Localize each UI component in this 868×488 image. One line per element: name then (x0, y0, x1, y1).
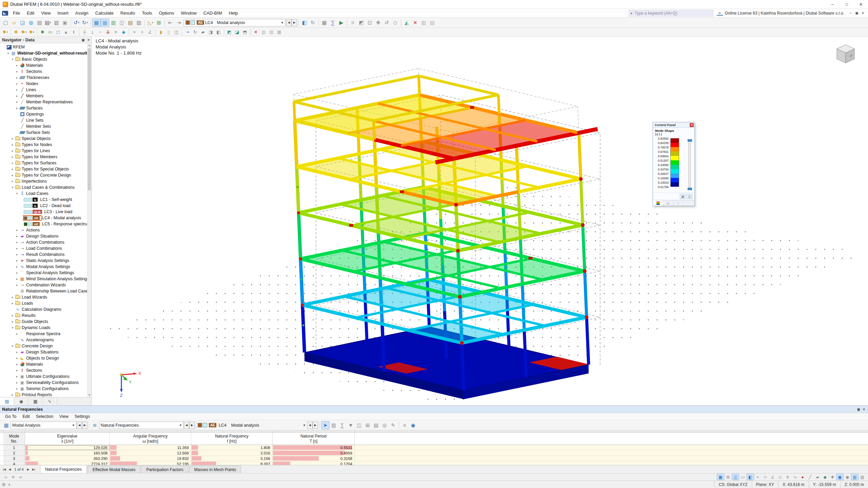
cell-angular-frequency[interactable]: 12.669 (110, 450, 191, 456)
table-tab-participation-factors[interactable]: Participation Factors (141, 466, 188, 473)
prev-load-case-button[interactable]: ◀ (286, 19, 292, 26)
lb-node-visibility-icon[interactable]: ● (799, 474, 806, 480)
tree-expand-icon[interactable]: ▸ (10, 149, 15, 152)
tb1-rotate-view-icon[interactable]: ↺ (382, 19, 391, 27)
tree-item-types-for-nodes[interactable]: ▸Types for Nodes (0, 142, 87, 148)
tree-item-imperfections[interactable]: ▸Imperfections (0, 178, 87, 184)
tb1-open-model-icon[interactable]: ▱ (10, 19, 18, 27)
tb2-new-line-icon[interactable]: ✱ (12, 28, 20, 36)
scale-color-block[interactable] (670, 165, 679, 169)
scale-options-button[interactable]: ▨ (680, 194, 686, 199)
cell-natural-period[interactable]: 0.3168 (273, 456, 355, 461)
pager-first-button[interactable]: |◀ (1, 468, 7, 471)
tabletb-split-table-icon[interactable]: ◫ (355, 421, 363, 429)
navigator-tab-views[interactable]: ▦ (28, 398, 43, 405)
tb2-new-polyline-icon[interactable]: ✱▾ (28, 28, 36, 36)
tb2-new-node-icon[interactable]: ✱▾ (1, 28, 9, 36)
tb2-new-support-icon[interactable]: ▲ (62, 28, 70, 36)
navigator-tab-display[interactable]: ◉ (14, 398, 28, 405)
row-header-mode[interactable]: 3 (3, 456, 25, 461)
tree-expand-icon[interactable]: ▾ (10, 58, 15, 61)
tb1-zoom-window-icon[interactable]: ⊡ (366, 19, 374, 27)
tb1-show-results-icon[interactable]: ◧ (300, 19, 309, 27)
navigator-tab-data[interactable]: ▤ (0, 398, 14, 405)
panel-settings-button[interactable]: ◫ (687, 194, 692, 199)
load-case-combo[interactable]: AE LC4 Modal analysis ▼ (184, 19, 285, 26)
next-lc-button[interactable]: ▶ (313, 422, 318, 429)
tree-item-lc2-dead-load[interactable]: GLC2 - Dead load (0, 203, 87, 209)
tb2-plane-offset-icon[interactable]: ◫ (173, 28, 180, 36)
minimize-button[interactable]: ─ (825, 0, 840, 8)
tree-expand-icon[interactable]: ▸ (10, 393, 15, 396)
scale-color-block[interactable] (670, 151, 679, 156)
table-panel-float-icon[interactable]: ▣ (856, 407, 861, 412)
row-header-mode[interactable]: 1 (3, 445, 25, 450)
slider-handle-top[interactable] (688, 139, 692, 142)
tb1-undo-icon[interactable]: ↺▾ (72, 19, 81, 27)
scale-range-slider[interactable] (688, 140, 691, 190)
table-menu-settings[interactable]: Settings (72, 412, 93, 421)
tree-item-dynamic-loads[interactable]: ▾Dynamic Loads (0, 325, 87, 331)
tree-item-loads[interactable]: ▸Loads (0, 300, 87, 306)
scale-color-block[interactable] (670, 156, 679, 160)
pager-last-button[interactable]: ▶| (31, 468, 37, 471)
scroll-down-icon[interactable]: ▼ (87, 393, 91, 397)
lb-numbering-icon[interactable]: ▣ (836, 474, 844, 480)
tree-item-lc1-self-weight[interactable]: GLC1 - Self-weight (0, 197, 87, 203)
tree-item-load-cases[interactable]: ▾↧Load Cases (0, 190, 87, 197)
navigator-float-icon[interactable]: ▣ (80, 37, 86, 43)
next-load-case-button[interactable]: ▶ (292, 19, 297, 26)
scale-color-block[interactable] (670, 169, 679, 174)
tree-item-design-situations[interactable]: ▸▰Design Situations (0, 349, 87, 355)
tabletb-export-table-icon[interactable]: ⊞ (363, 421, 372, 429)
tree-item-ultimate-configurations[interactable]: ▸▣Ultimate Configurations (0, 373, 87, 380)
tb2-guide-objects-icon[interactable]: ◆ (120, 28, 127, 36)
tree-item-surface-sets[interactable]: Surface Sets (0, 129, 87, 136)
tree-expand-icon[interactable]: ▾ (10, 344, 15, 348)
tree-expand-icon[interactable]: ▸ (10, 161, 15, 165)
tree-item-load-cases-combinations[interactable]: ▾Load Cases & Combinations (0, 184, 87, 190)
tree-item-member-sets[interactable]: ╱Member Sets (0, 123, 87, 129)
lb-isometric-icon[interactable]: ◇ (776, 474, 784, 480)
tb1-add-object-icon[interactable]: ⊞ (155, 19, 163, 27)
tree-item-serviceability-configurations[interactable]: ▸▣Serviceability Configurations (0, 380, 87, 386)
cell-angular-frequency[interactable]: 52.195 (110, 461, 191, 465)
prev-table-button[interactable]: ◀ (184, 422, 189, 429)
tb1-new-model-icon[interactable]: ▢ (1, 19, 10, 27)
table-select-combo[interactable]: Natural Frequencies▼ (99, 422, 184, 429)
mdi-close-icon[interactable]: ✕ (860, 10, 866, 16)
tree-expand-icon[interactable]: ▸ (10, 320, 15, 323)
tabletb-search-results-icon[interactable]: ◉ (409, 421, 417, 429)
cell-eigenvalue[interactable]: 393.290 (25, 456, 110, 461)
tb1-pan-view-icon[interactable]: ✥ (374, 19, 382, 27)
tree-item-nodes[interactable]: ▸•Nodes (0, 81, 87, 87)
tabletb-column-settings-icon[interactable]: ▥ (330, 421, 338, 429)
tree-expand-icon[interactable]: ▸ (10, 174, 15, 177)
tabletb-select-mode-icon[interactable]: ➤ (321, 421, 330, 429)
tree-expand-icon[interactable]: ▸ (15, 265, 19, 268)
tree-item-wind-simulation-analysis-settings[interactable]: ▸▦Wind Simulation Analysis Settings (0, 276, 87, 282)
tb1-save-model-icon[interactable]: ◲ (18, 19, 27, 27)
lb-display-shadows-icon[interactable]: ◧ (747, 474, 754, 480)
menu-file[interactable]: File (9, 9, 23, 17)
tree-expand-icon[interactable]: ▸ (15, 381, 19, 384)
tree-expand-icon[interactable]: ▸ (15, 357, 19, 360)
tb1-delete-selection-icon[interactable]: ✕ (411, 19, 419, 27)
tree-item-line-sets[interactable]: ╱Line Sets (0, 117, 87, 123)
tree-item-openings[interactable]: Openings (0, 111, 87, 117)
tb2-new-opening-icon[interactable]: ◻ (54, 28, 62, 36)
tree-expand-icon[interactable]: ▸ (10, 155, 15, 159)
tree-item-members[interactable]: ▸╱Members (0, 93, 87, 99)
tree-item-response-spectra[interactable]: ▸⌒Response Spectra (0, 331, 87, 337)
tab-factors[interactable]: △ (663, 200, 673, 206)
tree-expand-icon[interactable]: ▸ (10, 137, 15, 140)
scale-color-block[interactable] (670, 143, 679, 147)
cell-natural-frequency[interactable]: 2.016 (191, 450, 273, 456)
tb1-table-results-icon[interactable]: ▥ (109, 19, 118, 27)
tb2-rotate-copy-icon[interactable]: ↻ (191, 28, 199, 36)
lb-grid-toggle-icon[interactable]: ⊞ (724, 474, 732, 480)
tb1-clipboard-icon[interactable]: ▣ (61, 19, 69, 27)
pager-next-button[interactable]: ▶ (26, 468, 31, 471)
tree-item-seismic-configurations[interactable]: ▸▣Seismic Configurations (0, 386, 87, 392)
lb-legend-toggle-icon[interactable]: ▤ (851, 474, 859, 480)
